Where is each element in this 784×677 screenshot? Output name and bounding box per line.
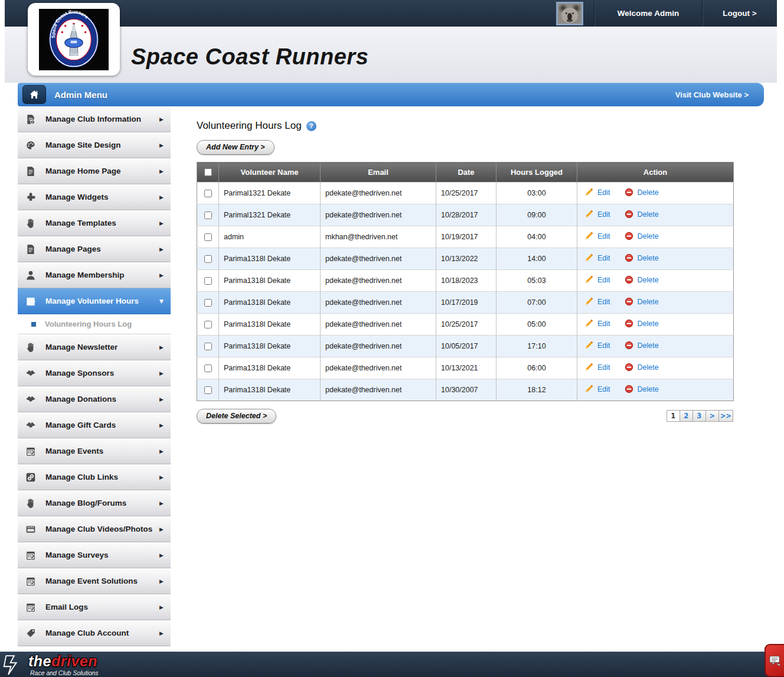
row-checkbox[interactable] <box>204 211 212 219</box>
delete-link[interactable]: Delete <box>638 363 659 372</box>
sidebar-item[interactable]: Manage Newsletter▶ <box>18 334 171 360</box>
cell-hours-logged: 09:00 <box>496 204 577 226</box>
row-checkbox[interactable] <box>204 255 212 263</box>
pencil-icon <box>584 188 593 197</box>
table-header-row: Volunteer Name Email Date Hours Logged A… <box>197 162 734 183</box>
sidebar-item[interactable]: Manage Widgets▶ <box>18 184 171 210</box>
delete-icon <box>625 363 633 372</box>
delete-icon <box>625 275 633 284</box>
visit-club-website-link[interactable]: Visit Club Website > <box>675 90 749 99</box>
feedback-button[interactable] <box>765 644 784 677</box>
edit-link[interactable]: Edit <box>597 276 610 284</box>
delete-link[interactable]: Delete <box>638 320 659 328</box>
logout-link[interactable]: Logout > <box>723 9 756 18</box>
document-icon <box>25 166 37 177</box>
delete-link[interactable]: Delete <box>638 298 659 306</box>
edit-link[interactable]: Edit <box>597 232 610 240</box>
club-title: Space Coast Runners <box>131 44 368 70</box>
row-checkbox[interactable] <box>204 386 212 394</box>
sidebar-item-label: Manage Donations <box>45 395 116 403</box>
add-new-entry-button[interactable]: Add New Entry > <box>197 140 275 155</box>
delete-link[interactable]: Delete <box>638 385 659 393</box>
edit-link[interactable]: Edit <box>597 210 610 219</box>
pagination-page[interactable]: >> <box>718 410 733 422</box>
sidebar-item[interactable]: Manage Membership▶ <box>18 262 171 288</box>
select-all-checkbox[interactable] <box>204 168 212 176</box>
brand-driven: driven <box>51 653 97 669</box>
pagination-page[interactable]: 2 <box>680 410 693 422</box>
delete-link[interactable]: Delete <box>638 254 659 262</box>
sidebar-subitem[interactable]: Volunteering Hours Log <box>18 314 171 334</box>
brand-the: the <box>28 653 51 669</box>
cell-action: EditDelete <box>577 248 734 270</box>
sidebar-item[interactable]: Manage Events▶ <box>18 438 171 464</box>
cell-action: EditDelete <box>577 357 734 379</box>
pagination: 123>>> <box>667 410 733 422</box>
sidebar-item[interactable]: Manage Pages▶ <box>18 236 171 262</box>
chevron-right-icon: ▶ <box>159 370 164 376</box>
edit-link[interactable]: Edit <box>597 298 610 306</box>
row-checkbox[interactable] <box>204 233 212 241</box>
sidebar-item[interactable]: Manage Event Solutions▶ <box>18 568 171 594</box>
sidebar-item[interactable]: Manage Templates▶ <box>18 210 171 236</box>
cell-email: pdekate@thedriven.net <box>321 292 436 314</box>
header-band: Space Coast Runners <box>5 27 777 83</box>
cell-date: 10/18/2023 <box>436 270 496 292</box>
delete-icon <box>625 253 633 262</box>
sidebar-item[interactable]: Manage Club Information▶ <box>18 106 171 132</box>
chevron-right-icon: ▶ <box>159 500 164 506</box>
chevron-right-icon: ▶ <box>159 344 164 350</box>
edit-link[interactable]: Edit <box>597 188 610 197</box>
edit-link[interactable]: Edit <box>597 320 610 328</box>
chevron-right-icon: ▶ <box>159 422 164 428</box>
row-checkbox[interactable] <box>204 321 212 328</box>
sidebar-item-label: Email Logs <box>45 603 88 611</box>
cell-email: mkhan@thedriven.net <box>321 226 436 248</box>
row-checkbox[interactable] <box>204 364 212 372</box>
sidebar-item-label: Manage Events <box>45 447 103 455</box>
delete-link[interactable]: Delete <box>638 341 659 350</box>
sidebar-item[interactable]: Manage Blog/Forums▶ <box>18 490 171 516</box>
sidebar-item-label: Manage Club Videos/Photos <box>45 525 152 533</box>
cell-action: EditDelete <box>577 226 734 248</box>
sidebar-item[interactable]: Manage Donations▶ <box>18 386 171 412</box>
row-checkbox[interactable] <box>204 277 212 285</box>
pagination-page[interactable]: > <box>705 410 719 422</box>
col-date: Date <box>436 162 496 183</box>
cell-hours-logged: 18:12 <box>496 379 577 401</box>
sidebar-item[interactable]: Manage Site Design▶ <box>18 132 171 158</box>
delete-selected-button[interactable]: Delete Selected > <box>197 409 276 424</box>
cell-date: 10/13/2021 <box>436 357 496 379</box>
row-checkbox[interactable] <box>204 190 212 197</box>
sidebar-item[interactable]: Manage Club Links▶ <box>18 464 171 490</box>
sidebar-item-label: Manage Event Solutions <box>45 577 138 585</box>
help-icon[interactable]: ? <box>306 121 316 131</box>
edit-link[interactable]: Edit <box>597 385 610 393</box>
row-checkbox[interactable] <box>204 343 212 350</box>
row-checkbox[interactable] <box>204 299 212 307</box>
edit-link[interactable]: Edit <box>597 254 610 262</box>
sidebar-item[interactable]: Manage Club Account▶ <box>18 620 171 646</box>
edit-link[interactable]: Edit <box>597 341 610 350</box>
volunteer-table-body: Parimal1321 Dekatepdekate@thedriven.net1… <box>197 183 734 401</box>
home-button[interactable] <box>22 85 46 104</box>
edit-link[interactable]: Edit <box>597 363 610 372</box>
sidebar-item-label: Manage Volunteer Hours <box>45 297 139 305</box>
sidebar-item[interactable]: Manage Volunteer Hours▼ <box>18 288 171 314</box>
chevron-right-icon: ▶ <box>159 630 164 636</box>
sidebar-item[interactable]: Manage Sponsors▶ <box>18 360 171 386</box>
sidebar-item[interactable]: Manage Surveys▶ <box>18 542 171 568</box>
delete-link[interactable]: Delete <box>638 232 659 240</box>
delete-link[interactable]: Delete <box>638 210 659 219</box>
delete-link[interactable]: Delete <box>638 276 659 284</box>
sidebar-item[interactable]: Email Logs▶ <box>18 594 171 620</box>
delete-link[interactable]: Delete <box>638 188 659 197</box>
sidebar-item[interactable]: Manage Home Page▶ <box>18 158 171 184</box>
club-logo-card: Space Coast Runners Brevard County, Flor… <box>28 3 120 76</box>
pagination-page[interactable]: 1 <box>667 410 680 422</box>
page: Welcome Admin Logout > Space Coast Runne… <box>0 0 784 677</box>
brand-tagline: Race and Club Solutions <box>30 669 99 676</box>
pagination-page[interactable]: 3 <box>692 410 706 422</box>
sidebar-item[interactable]: Manage Gift Cards▶ <box>18 412 171 438</box>
sidebar-item[interactable]: Manage Club Videos/Photos▶ <box>18 516 171 542</box>
